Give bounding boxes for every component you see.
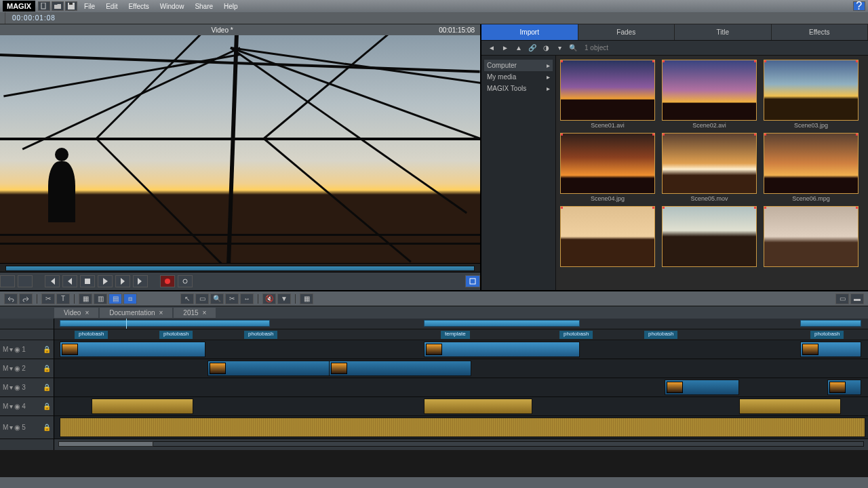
layout-b-button[interactable]: ▬ (850, 293, 864, 304)
media-thumb[interactable]: Scene01.avi (560, 60, 655, 130)
mute-tool[interactable]: 🔇 (262, 293, 276, 304)
playhead[interactable] (126, 319, 127, 329)
menu-help[interactable]: Help (218, 1, 243, 12)
media-thumb[interactable]: Scene02.avi (662, 60, 757, 130)
mark-in-button[interactable] (0, 275, 15, 287)
track-header[interactable]: M▾◉5🔒 (0, 416, 54, 439)
close-icon[interactable]: × (159, 309, 163, 317)
audio-clip[interactable] (739, 399, 841, 414)
track-header[interactable]: M▾◉2🔒 (0, 359, 54, 378)
link-icon[interactable]: 🔗 (526, 43, 538, 54)
scrub-bar[interactable] (0, 263, 480, 272)
chapter-marker[interactable]: photobash (75, 331, 108, 339)
view-icon[interactable]: ◑ (540, 43, 552, 54)
redo-button[interactable] (19, 293, 33, 304)
step-back-button[interactable] (62, 275, 77, 287)
timeline-tab[interactable]: Video× (54, 308, 98, 318)
chapter-marker[interactable]: photobash (559, 331, 593, 339)
video-clip[interactable] (424, 342, 580, 357)
nav-back-icon[interactable]: ◄ (486, 43, 498, 54)
razor-tool[interactable]: ✂ (225, 293, 239, 304)
timeline-zoom-bar[interactable] (0, 439, 868, 450)
nav-up-icon[interactable]: ▲ (513, 43, 525, 54)
tab-fades[interactable]: Fades (578, 24, 675, 40)
timeline-tab[interactable]: Documentation× (100, 308, 172, 318)
media-thumb[interactable] (764, 206, 859, 270)
menu-share[interactable]: Share (189, 1, 218, 12)
timeline-tab[interactable]: 2015× (174, 308, 216, 318)
video-clip[interactable] (800, 342, 861, 357)
menu-file[interactable]: File (79, 1, 100, 12)
title-button[interactable]: T (56, 293, 70, 304)
chapter-marker[interactable]: template (441, 331, 470, 339)
stop-button[interactable] (80, 275, 95, 287)
tab-title[interactable]: Title (675, 24, 772, 40)
stretch-tool[interactable]: ↔ (240, 293, 254, 304)
track-header[interactable]: M▾◉1🔒 (0, 340, 54, 359)
snap-button[interactable]: ▤ (108, 293, 122, 304)
video-clip[interactable] (60, 342, 205, 357)
ungroup-button[interactable]: ▥ (94, 293, 107, 304)
step-fwd-button[interactable] (115, 275, 130, 287)
pointer-tool[interactable]: ↖ (180, 293, 194, 304)
track-lane[interactable] (54, 378, 868, 396)
audio-clip[interactable] (424, 399, 532, 414)
media-thumb[interactable]: Scene05.mov (662, 133, 757, 203)
layout-a-button[interactable]: ▭ (835, 293, 849, 304)
zoom-tool[interactable]: 🔍 (210, 293, 224, 304)
tree-computer[interactable]: Computer▸ (484, 60, 553, 71)
media-thumb[interactable] (560, 206, 655, 270)
timeline-ruler[interactable] (54, 319, 868, 329)
help-icon[interactable]: ? (853, 1, 865, 11)
video-clip[interactable] (827, 380, 861, 395)
magnet-button[interactable]: ⧈ (123, 293, 137, 304)
media-thumb[interactable]: Scene04.jpg (560, 133, 655, 203)
menu-effects[interactable]: Effects (123, 1, 154, 12)
marker-lane[interactable]: photobash photobash photobash template p… (54, 329, 868, 340)
tree-mymedia[interactable]: My media▸ (484, 71, 553, 83)
close-icon[interactable]: × (203, 309, 207, 317)
tab-import[interactable]: Import (481, 24, 578, 40)
goto-start-button[interactable] (45, 275, 60, 287)
media-thumb[interactable] (662, 206, 757, 270)
save-file-icon[interactable] (65, 1, 77, 11)
goto-end-button[interactable] (133, 275, 148, 287)
mark-out-button[interactable] (18, 275, 33, 287)
cut-button[interactable]: ✂ (41, 293, 55, 304)
marker-tool[interactable]: ▼ (277, 293, 291, 304)
search-icon[interactable]: 🔍 (567, 43, 579, 54)
select-tool[interactable]: ▭ (195, 293, 209, 304)
track-header[interactable]: M▾◉3🔒 (0, 378, 54, 396)
menu-window[interactable]: Window (155, 1, 190, 12)
track-lane[interactable] (54, 416, 868, 439)
audio-clip[interactable] (92, 399, 193, 414)
chapter-marker[interactable]: photobash (159, 331, 193, 339)
zoom-handle[interactable] (58, 441, 153, 447)
track-header[interactable]: M▾◉4🔒 (0, 397, 54, 415)
track-lane[interactable] (54, 340, 868, 359)
media-thumb[interactable]: Scene03.jpg (764, 60, 859, 130)
tree-magixtools[interactable]: MAGIX Tools▸ (484, 83, 553, 94)
close-icon[interactable]: × (85, 309, 89, 317)
menu-edit[interactable]: Edit (100, 1, 123, 12)
chapter-marker[interactable]: photobash (644, 331, 677, 339)
video-clip[interactable] (208, 361, 330, 376)
nav-fwd-icon[interactable]: ► (499, 43, 511, 54)
new-file-icon[interactable] (38, 1, 50, 11)
undo-button[interactable] (4, 293, 18, 304)
video-clip[interactable] (665, 380, 739, 395)
loop-button[interactable] (178, 275, 193, 287)
view-tool[interactable]: ▦ (300, 293, 313, 304)
group-button[interactable]: ▦ (79, 293, 92, 304)
play-button[interactable] (98, 275, 113, 287)
chapter-marker[interactable]: photobash (810, 331, 844, 339)
video-clip[interactable] (329, 361, 471, 376)
tab-effects[interactable]: Effects (772, 24, 869, 40)
fullscreen-button[interactable] (465, 275, 480, 287)
chapter-marker[interactable]: photobash (244, 331, 277, 339)
media-thumb[interactable]: Scene06.mpg (764, 133, 859, 203)
record-button[interactable] (160, 275, 175, 287)
open-file-icon[interactable] (52, 1, 64, 11)
preview-canvas[interactable] (0, 35, 480, 263)
track-lane[interactable] (54, 359, 868, 378)
